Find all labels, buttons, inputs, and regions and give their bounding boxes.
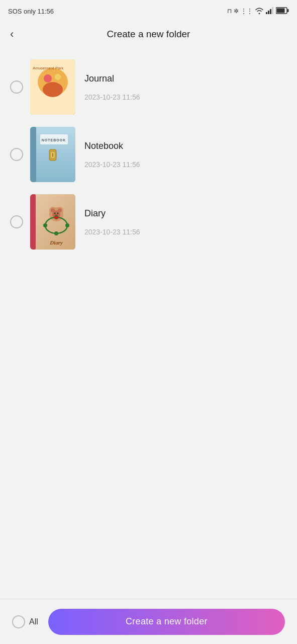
journal-name: Journal	[84, 73, 287, 84]
notebook-date: 2023-10-23 11:56	[84, 160, 287, 169]
journal-date: 2023-10-23 11:56	[84, 93, 287, 101]
signal-icon	[266, 7, 274, 16]
diary-date: 2023-10-23 11:56	[84, 228, 287, 236]
svg-point-22	[60, 85, 69, 94]
svg-rect-9	[33, 62, 73, 71]
nfc-icon: ⊓	[227, 8, 232, 15]
bottom-bar: All Create a new folder	[0, 599, 297, 644]
back-button[interactable]: ‹	[10, 29, 14, 40]
svg-point-48	[54, 231, 58, 235]
page-title: Create a new folder	[107, 29, 190, 40]
svg-rect-32	[52, 153, 53, 157]
list-item[interactable]: Diary Diary 2023-10-23 11:56	[0, 188, 297, 256]
svg-point-50	[54, 216, 56, 218]
notebook-thumbnail: NOTEBOOK	[30, 127, 75, 182]
all-select-wrap[interactable]: All	[12, 615, 38, 628]
svg-point-23	[62, 88, 64, 90]
battery-icon	[276, 7, 289, 16]
svg-rect-6	[277, 8, 285, 13]
notebook-name: Notebook	[84, 141, 287, 151]
svg-rect-8	[30, 59, 75, 115]
svg-line-15	[37, 84, 53, 100]
all-label: All	[29, 617, 38, 626]
svg-rect-3	[272, 7, 273, 14]
list-item[interactable]: NOTEBOOK Notebook 2023-10-23 11:56	[0, 121, 297, 188]
notebook-radio[interactable]	[10, 148, 23, 161]
notebooks-list: Amusement Park	[0, 48, 297, 261]
svg-point-12	[43, 90, 48, 95]
status-right: ⊓ ✲ ⋮⋮	[227, 7, 289, 16]
svg-point-42	[57, 213, 59, 214]
diary-thumbnail: Diary	[30, 194, 75, 250]
svg-text:Amusement Park: Amusement Park	[35, 64, 66, 69]
svg-text:Diary: Diary	[49, 239, 63, 246]
svg-point-46	[43, 223, 47, 227]
svg-point-24	[65, 88, 67, 90]
svg-rect-25	[30, 107, 75, 115]
vibrate-icon: ⋮⋮	[241, 8, 253, 15]
journal-radio[interactable]	[10, 80, 23, 94]
svg-rect-19	[43, 99, 47, 103]
svg-rect-34	[30, 194, 36, 250]
wifi-icon	[255, 7, 264, 16]
list-item[interactable]: Amusement Park	[0, 53, 297, 121]
page-header: ‹ Create a new folder	[0, 20, 297, 48]
svg-rect-20	[34, 89, 38, 93]
svg-point-11	[34, 81, 56, 103]
svg-rect-27	[30, 127, 36, 182]
svg-line-16	[37, 84, 53, 100]
svg-text:NOTEBOOK: NOTEBOOK	[42, 138, 66, 142]
svg-point-47	[65, 223, 69, 227]
bluetooth-icon: ✲	[234, 8, 239, 15]
svg-rect-17	[43, 79, 47, 83]
diary-info: Diary 2023-10-23 11:56	[84, 208, 287, 236]
svg-rect-5	[287, 9, 289, 12]
diary-radio[interactable]	[10, 215, 23, 228]
all-radio[interactable]	[12, 615, 25, 628]
svg-rect-7	[30, 59, 75, 115]
create-folder-button[interactable]: Create a new folder	[48, 609, 285, 635]
svg-point-51	[57, 216, 59, 218]
svg-rect-1	[268, 11, 269, 14]
svg-rect-18	[52, 89, 56, 93]
status-left: SOS only 11:56	[8, 8, 54, 15]
journal-info: Journal 2023-10-23 11:56	[84, 73, 287, 101]
diary-name: Diary	[84, 208, 287, 219]
notebook-info: Notebook 2023-10-23 11:56	[84, 141, 287, 169]
svg-rect-0	[266, 12, 267, 14]
svg-rect-2	[270, 9, 271, 14]
status-bar: SOS only 11:56 ⊓ ✲ ⋮⋮	[0, 0, 297, 20]
journal-thumbnail: Amusement Park	[30, 59, 75, 115]
svg-point-21	[58, 90, 70, 102]
svg-point-41	[54, 213, 56, 214]
